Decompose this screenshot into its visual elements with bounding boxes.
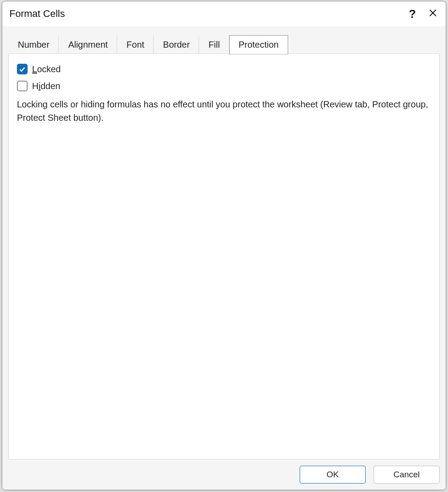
tab-alignment[interactable]: Alignment [59,35,117,54]
tab-font[interactable]: Font [117,35,154,54]
dialog-footer: OK Cancel [8,459,440,484]
tab-fill[interactable]: Fill [199,35,229,54]
protection-description: Locking cells or hiding formulas has no … [17,98,431,124]
hidden-checkbox[interactable] [17,81,28,91]
dialog-title: Format Cells [9,8,402,20]
protection-panel: Locked Hidden Locking cells or hiding fo… [8,53,440,459]
tab-border[interactable]: Border [154,35,199,54]
dialog-body: Number Alignment Font Border Fill Protec… [2,26,446,490]
hidden-label: Hidden [32,81,60,91]
locked-checkbox[interactable] [17,64,28,74]
hidden-checkbox-row[interactable]: Hidden [17,81,60,91]
close-icon [429,9,437,19]
tab-protection[interactable]: Protection [229,35,288,54]
ok-button[interactable]: OK [300,466,366,484]
format-cells-dialog: Format Cells ? Number Alignment Font Bor… [2,1,446,490]
locked-checkbox-row[interactable]: Locked [17,64,61,74]
locked-label: Locked [32,64,61,74]
close-button[interactable] [423,5,443,23]
help-icon: ? [409,7,416,21]
check-icon [19,66,25,72]
cancel-button[interactable]: Cancel [374,466,440,484]
tab-number[interactable]: Number [8,35,59,54]
titlebar: Format Cells ? [2,1,446,26]
help-button[interactable]: ? [402,5,423,23]
tabstrip: Number Alignment Font Border Fill Protec… [8,34,440,54]
